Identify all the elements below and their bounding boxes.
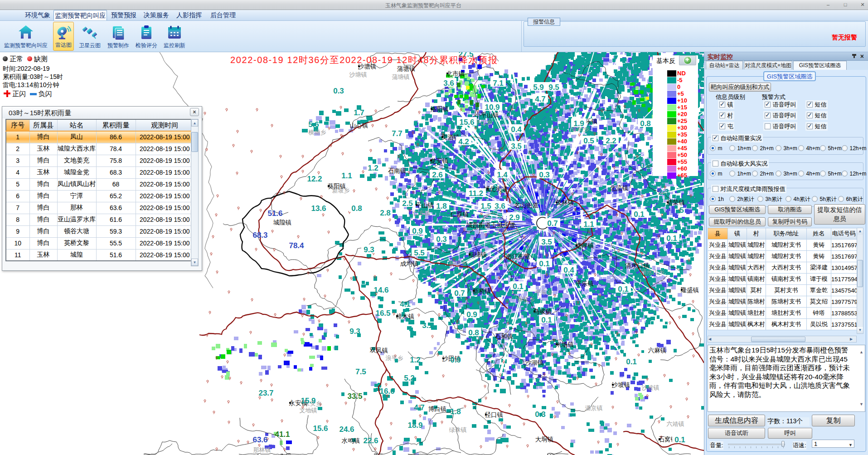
svg-text:城隍镇: 城隍镇	[273, 219, 292, 226]
svg-text:隆盛镇: 隆盛镇	[681, 287, 699, 294]
svg-text:0.3: 0.3	[539, 171, 550, 179]
svg-text:2.5: 2.5	[402, 199, 413, 208]
svg-text:1.5: 1.5	[480, 202, 491, 210]
svg-text:径口镇: 径口镇	[485, 411, 504, 418]
svg-text:那林镇: 那林镇	[253, 446, 271, 453]
svg-text:9.3: 9.3	[349, 327, 360, 336]
svg-text:2.3: 2.3	[658, 188, 669, 196]
svg-text:0.1: 0.1	[666, 234, 677, 243]
svg-text:六麻镇: 六麻镇	[648, 347, 667, 354]
svg-text:城西街道玉城街道: 城西街道玉城街道	[466, 222, 515, 229]
svg-text:1.1: 1.1	[583, 220, 594, 229]
svg-text:0.3: 0.3	[535, 410, 546, 419]
svg-text:1.8: 1.8	[436, 202, 447, 210]
svg-text:博白镇: 博白镇	[428, 406, 447, 412]
svg-text:3.5: 3.5	[541, 238, 552, 246]
svg-text:11.2: 11.2	[469, 189, 483, 198]
svg-text:0.5: 0.5	[583, 137, 594, 145]
svg-text:新桥乡: 新桥乡	[517, 296, 535, 303]
svg-text:沙坡镇: 沙坡镇	[612, 382, 630, 388]
svg-text:北流镇: 北流镇	[610, 185, 629, 191]
svg-text:0.9: 0.9	[466, 310, 477, 319]
svg-text:洛阳镇: 洛阳镇	[430, 106, 449, 113]
svg-text:石和镇: 石和镇	[495, 333, 514, 340]
svg-text:绿珠镇: 绿珠镇	[449, 426, 467, 433]
svg-text:68.3: 68.3	[252, 231, 267, 240]
svg-text:4.2: 4.2	[458, 137, 469, 146]
svg-text:文地镇: 文地镇	[300, 407, 317, 414]
svg-text:玉城街道: 玉城街道	[496, 228, 519, 235]
svg-text:33.5: 33.5	[347, 392, 362, 401]
svg-text:沙塘镇: 沙塘镇	[349, 71, 367, 78]
svg-text:0.4: 0.4	[511, 125, 522, 134]
svg-text:41.1: 41.1	[275, 430, 290, 439]
svg-text:城北街道: 城北街道	[483, 186, 508, 192]
svg-text:平乐镇: 平乐镇	[576, 280, 594, 287]
svg-text:1.8: 1.8	[450, 407, 461, 416]
svg-text:0.9: 0.9	[450, 356, 461, 364]
svg-text:5.5: 5.5	[414, 249, 425, 257]
svg-text:0.8: 0.8	[468, 328, 479, 337]
svg-text:南江街道: 南江街道	[506, 253, 530, 260]
svg-text:清水口镇: 清水口镇	[625, 262, 650, 269]
svg-text:5: 5	[679, 206, 684, 215]
svg-text:0.7: 0.7	[454, 289, 465, 298]
svg-text:六靖镇: 六靖镇	[667, 421, 684, 427]
svg-text:小平山镇: 小平山镇	[475, 112, 499, 118]
svg-text:新荣镇: 新荣镇	[667, 199, 685, 206]
svg-text:7.7: 7.7	[392, 129, 402, 138]
svg-text:名山街道: 名山街道	[514, 202, 538, 209]
svg-text:茂林镇: 茂林镇	[556, 199, 574, 206]
svg-text:15.6: 15.6	[459, 118, 474, 127]
svg-text:9.3: 9.3	[364, 245, 374, 254]
svg-text:5.9: 5.9	[533, 83, 544, 92]
svg-text:3.1: 3.1	[422, 321, 433, 330]
svg-text:2.6: 2.6	[432, 171, 443, 179]
svg-text:22.6: 22.6	[363, 436, 378, 445]
svg-text:16.6: 16.6	[379, 387, 394, 396]
svg-text:0.1: 0.1	[541, 316, 552, 324]
svg-text:0.3: 0.3	[333, 87, 344, 95]
svg-text:5.2: 5.2	[404, 374, 415, 382]
svg-text:0.6: 0.6	[640, 161, 651, 170]
svg-text:63.6: 63.6	[252, 435, 267, 444]
svg-text:14.6: 14.6	[373, 286, 388, 294]
svg-text:0.1: 0.1	[674, 435, 685, 444]
svg-text:塘岸镇: 塘岸镇	[575, 242, 594, 249]
svg-text:5.4: 5.4	[565, 68, 576, 77]
svg-text:2.8: 2.8	[380, 209, 391, 217]
svg-text:0.7: 0.7	[547, 219, 558, 228]
svg-text:蒲塘镇: 蒲塘镇	[397, 65, 416, 72]
svg-text:7.1: 7.1	[493, 79, 504, 88]
svg-text:0.1: 0.1	[539, 259, 550, 268]
svg-text:10.9: 10.9	[485, 103, 499, 112]
svg-text:13.6: 13.6	[311, 204, 326, 213]
svg-text:樟木镇: 樟木镇	[396, 313, 415, 320]
svg-text:0.1: 0.1	[513, 282, 524, 291]
svg-text:3.6: 3.6	[495, 202, 505, 210]
svg-text:0.3: 0.3	[436, 235, 447, 244]
svg-text:3.5: 3.5	[511, 142, 522, 151]
svg-text:葵阳镇: 葵阳镇	[328, 183, 346, 190]
svg-text:51.6: 51.6	[267, 209, 282, 218]
svg-text:1.1: 1.1	[341, 171, 352, 180]
svg-text:米场镇: 米场镇	[556, 341, 574, 348]
svg-text:0.1: 0.1	[618, 285, 629, 294]
svg-text:15.9: 15.9	[301, 396, 315, 405]
svg-text:0.4: 0.4	[563, 266, 574, 274]
svg-text:12.2: 12.2	[307, 175, 322, 183]
svg-text:山心镇: 山心镇	[350, 122, 369, 129]
svg-text:潘京镇: 潘京镇	[585, 405, 603, 411]
svg-text:4.7: 4.7	[414, 403, 425, 412]
svg-text:7.5: 7.5	[355, 367, 366, 376]
svg-text:北市镇: 北市镇	[446, 70, 465, 77]
svg-text:浪平乡: 浪平乡	[386, 355, 403, 362]
svg-text:16.5: 16.5	[375, 309, 390, 318]
svg-text:水鸣镇: 水鸣镇	[341, 437, 360, 444]
svg-text:平山镇: 平山镇	[416, 202, 434, 209]
svg-text:马坡镇: 马坡镇	[533, 308, 552, 315]
svg-text:平乐乡: 平乐乡	[535, 289, 553, 296]
svg-text:18.9: 18.9	[407, 421, 422, 430]
svg-text:3.6: 3.6	[443, 79, 454, 88]
svg-text:福绵镇: 福绵镇	[469, 251, 487, 258]
